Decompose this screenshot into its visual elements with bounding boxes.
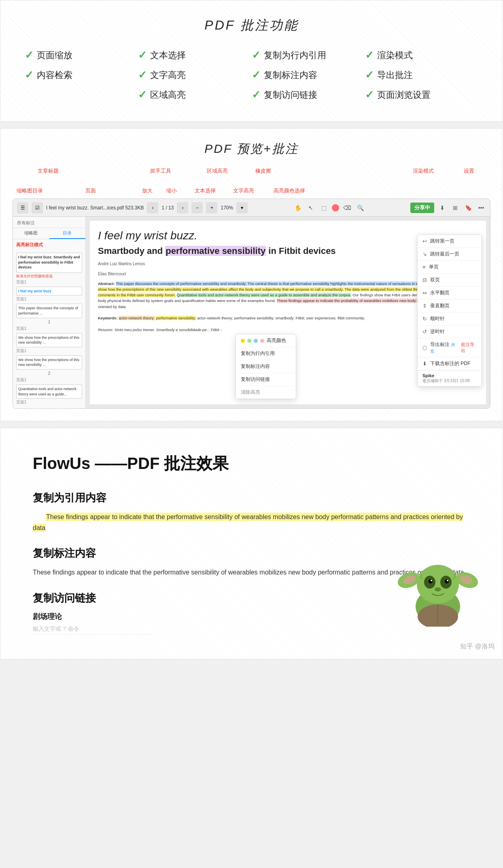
feature-label-copyanno: 复制标注内容 [264,69,317,81]
subtitle-part2: in Fitbit devices [266,246,335,256]
dropdown-item-cw[interactable]: ↻ 顺时针 [418,313,482,325]
toolbar-cursor-btn[interactable]: ↖ [306,203,316,213]
color-dot-pink [260,339,264,343]
color-dot-green [247,339,251,343]
dropdown-label-first: 跳转第一页 [430,238,454,245]
anno-present-mode: 渲染模式 [413,167,434,175]
check-icon-search: ✓ [25,69,34,81]
toolbar-eraser-btn[interactable]: ⌫ [342,203,352,213]
dropdown-item-single[interactable]: ≡ 单页 [418,261,482,274]
feature-item-copyinline: ✓ 复制为行内引用 [252,49,365,61]
context-item-highlight-color[interactable]: 高亮颜色 [236,334,296,347]
svg-point-1 [417,565,459,604]
sidebar-tab-thumbs[interactable]: 缩略图 [13,228,49,239]
rotate-cw-icon: ↻ [422,316,427,322]
context-item-copy-link[interactable]: 复制访问链接 [236,373,296,386]
toolbar-download-btn[interactable]: ⬇ [437,203,447,213]
toolbar-area-btn[interactable]: ⬚ [319,203,329,213]
first-page-icon: ↩ [422,238,427,244]
toolbar-zoom-plus[interactable]: + [206,202,217,213]
toolbar-search-btn[interactable]: 🔍 [355,203,365,213]
v-scroll-icon: ⇕ [422,303,427,309]
toolbar-prev-btn[interactable]: ‹ [147,202,158,213]
dropdown-label-double: 双页 [430,277,440,283]
dropdown-item-horizontal[interactable]: ⇔ 水平翻页 [418,287,482,300]
feature-col-4: ✓ 渲染模式 ✓ 导出批注 ✓ 页面浏览设置 [365,49,478,101]
toolbar-bookmark-btn[interactable]: 🔖 [463,203,473,213]
feature-label-copyinline: 复制为行内引用 [264,49,326,61]
sidebar-content: I feel my wrist buzz. Smartbody and perf… [13,251,85,408]
sidebar-page-label-3: 页面1 [16,326,82,332]
pdf-dropdown-menu[interactable]: ↩ 跳转第一页 ↘ 跳转最后一页 ≡ 单页 ⊟ [417,234,482,386]
dropdown-label-download: 下载含标注的 PDF [430,360,470,367]
svg-point-10 [431,580,432,581]
page-num-2: 2 [16,371,82,376]
dropdown-label-export: 导出标注 浏览 [430,341,456,354]
dropdown-item-first[interactable]: ↩ 跳转第一页 [418,235,482,248]
dropdown-item-last[interactable]: ↘ 跳转最后一页 [418,248,482,261]
color-dot-blue [254,339,258,343]
toolbar-check-btn[interactable]: ☑ [32,202,43,213]
subtitle-highlight: performative sensibility [165,246,266,256]
page-num-1: 1 [16,320,82,324]
dropdown-item-export[interactable]: ⬡ 导出标注 浏览 批注导出 [418,338,482,357]
dropdown-item-download[interactable]: ⬇ 下载含标注的 PDF [418,357,482,370]
link-input-mock[interactable]: 输入文字或 '/' 命令 [33,624,154,635]
feature-item-copylink: ✓ 复制访问链接 [252,89,365,101]
pdf-viewer[interactable]: ☰ ☑ I feel my wrist buzz. Smart...ices.p… [13,199,490,409]
toolbar-zoom-dropdown[interactable]: ▾ [236,202,248,213]
top-anno-labels: 文章标题 抓手工具 区域高亮 橡皮擦 渲染模式 设置 [13,165,490,186]
sidebar-page-label-6: 页面1 [16,399,82,405]
h-scroll-icon: ⇔ [422,290,427,296]
sidebar-highlight-mode: 高亮标注模式 [16,242,82,248]
sidebar-page-1: 高亮标注模式 [13,239,85,251]
section2-title: PDF 预览+批注 [8,141,495,157]
dropdown-label-single: 单页 [429,264,439,270]
toolbar-handtool-btn[interactable]: ✋ [293,203,303,213]
check-icon-copylink: ✓ [252,89,261,101]
anno-area-highlight: 区域高亮 [207,167,228,175]
toolbar-more-btn[interactable]: ••• [476,203,486,213]
anno-zoom-in: 放大 [142,187,153,194]
pdf-sidebar[interactable]: 所有标注 缩略图 目录 高亮标注模式 I feel my wrist buzz.… [13,217,86,408]
context-item-clear[interactable]: 清除高亮 [236,386,296,399]
context-item-copy-anno[interactable]: 复制标注内容 [236,360,296,373]
context-item-copy-inline[interactable]: 复制为行内引用 [236,347,296,360]
abstract-hl3: Quantitative tools and actor-network the… [177,293,351,297]
toolbar-color-dot[interactable] [332,204,339,211]
sidebar-tab-annotations[interactable]: 目录 [49,228,86,239]
anno-zoom-out: 缩小 [166,187,177,194]
check-icon-export: ✓ [365,69,374,81]
dropdown-label-horizontal: 水平翻页 [430,289,450,296]
copy-inline-body: These findings appear to indicate that t… [33,511,470,533]
check-icon-areahighlight: ✓ [138,89,147,101]
svg-point-12 [435,587,441,591]
toolbar-menu-btn[interactable]: ☰ [17,202,28,213]
feature-item-present: ✓ 渲染模式 [365,49,478,61]
second-anno-row: 缩略图目录 页面 放大 缩小 文本选择 文字高亮 高亮颜色选择 [13,186,490,199]
check-icon-present: ✓ [365,49,374,61]
toolbar-grid-btn[interactable]: ⊞ [450,203,460,213]
feature-label-browsesettings: 页面浏览设置 [377,89,431,101]
check-icon-zoom: ✓ [25,49,34,61]
dropdown-item-vertical[interactable]: ⇕ 垂直翻页 [418,300,482,313]
dropdown-item-double[interactable]: ⊟ 双页 [418,274,482,287]
toolbar-filename: I feel my wrist buzz. Smart...ices.pdf 5… [46,205,144,211]
viewer-container: 文章标题 抓手工具 区域高亮 橡皮擦 渲染模式 设置 缩略图目录 页面 放大 缩… [13,165,490,409]
sidebar-item-4: We show how the prescriptions of this ne… [16,355,82,370]
sidebar-page-label-5: 页面1 [16,377,82,383]
last-page-icon: ↘ [422,251,427,257]
sidebar-filter-label: 标准允许控照颜色筛选 [16,274,82,279]
sidebar-item-3: We show how the prescriptions of this ne… [16,333,82,347]
check-icon-textselect: ✓ [138,49,147,61]
flowus-main-title: FlowUs ——PDF 批注效果 [33,452,470,475]
toolbar-zoom-minus[interactable]: − [191,202,203,213]
double-page-icon: ⊟ [422,277,427,283]
dropdown-item-ccw[interactable]: ↺ 逆时针 [418,325,482,338]
toolbar-share-btn[interactable]: 分享中 [410,203,434,213]
toolbar-next-btn[interactable]: › [177,202,188,213]
sidebar-page-label-4: 页面1 [16,348,82,354]
context-menu[interactable]: 高亮颜色 复制为行内引用 复制标注内容 复制访问链接 清除高亮 [236,334,296,399]
feature-item-textselect: ✓ 文本选择 [138,49,251,61]
keywords-hl2: performative sensibility; [156,316,196,320]
